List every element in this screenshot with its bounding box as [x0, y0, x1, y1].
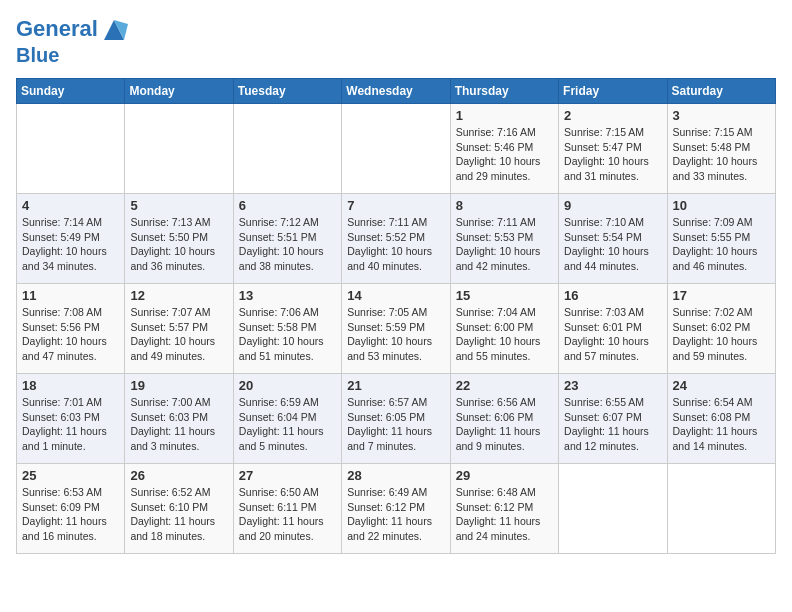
day-info: Sunrise: 7:13 AM Sunset: 5:50 PM Dayligh… — [130, 215, 227, 274]
day-info: Sunrise: 6:59 AM Sunset: 6:04 PM Dayligh… — [239, 395, 336, 454]
day-info: Sunrise: 6:55 AM Sunset: 6:07 PM Dayligh… — [564, 395, 661, 454]
day-number: 20 — [239, 378, 336, 393]
day-info: Sunrise: 7:04 AM Sunset: 6:00 PM Dayligh… — [456, 305, 553, 364]
day-number: 14 — [347, 288, 444, 303]
page-header: General Blue — [16, 16, 776, 66]
calendar-cell: 7Sunrise: 7:11 AM Sunset: 5:52 PM Daylig… — [342, 194, 450, 284]
day-number: 6 — [239, 198, 336, 213]
day-info: Sunrise: 7:02 AM Sunset: 6:02 PM Dayligh… — [673, 305, 770, 364]
day-info: Sunrise: 7:16 AM Sunset: 5:46 PM Dayligh… — [456, 125, 553, 184]
calendar-cell: 29Sunrise: 6:48 AM Sunset: 6:12 PM Dayli… — [450, 464, 558, 554]
day-number: 28 — [347, 468, 444, 483]
day-number: 7 — [347, 198, 444, 213]
day-number: 23 — [564, 378, 661, 393]
day-number: 13 — [239, 288, 336, 303]
calendar-cell: 13Sunrise: 7:06 AM Sunset: 5:58 PM Dayli… — [233, 284, 341, 374]
calendar-cell: 1Sunrise: 7:16 AM Sunset: 5:46 PM Daylig… — [450, 104, 558, 194]
calendar-cell: 10Sunrise: 7:09 AM Sunset: 5:55 PM Dayli… — [667, 194, 775, 284]
day-number: 8 — [456, 198, 553, 213]
day-info: Sunrise: 7:06 AM Sunset: 5:58 PM Dayligh… — [239, 305, 336, 364]
weekday-header-tuesday: Tuesday — [233, 79, 341, 104]
day-number: 1 — [456, 108, 553, 123]
day-info: Sunrise: 7:14 AM Sunset: 5:49 PM Dayligh… — [22, 215, 119, 274]
day-info: Sunrise: 7:15 AM Sunset: 5:48 PM Dayligh… — [673, 125, 770, 184]
calendar-cell: 25Sunrise: 6:53 AM Sunset: 6:09 PM Dayli… — [17, 464, 125, 554]
day-number: 29 — [456, 468, 553, 483]
calendar-cell: 9Sunrise: 7:10 AM Sunset: 5:54 PM Daylig… — [559, 194, 667, 284]
day-number: 4 — [22, 198, 119, 213]
calendar-cell: 2Sunrise: 7:15 AM Sunset: 5:47 PM Daylig… — [559, 104, 667, 194]
calendar: SundayMondayTuesdayWednesdayThursdayFrid… — [16, 78, 776, 554]
calendar-cell: 27Sunrise: 6:50 AM Sunset: 6:11 PM Dayli… — [233, 464, 341, 554]
day-info: Sunrise: 7:01 AM Sunset: 6:03 PM Dayligh… — [22, 395, 119, 454]
logo: General Blue — [16, 16, 128, 66]
day-number: 16 — [564, 288, 661, 303]
weekday-header-saturday: Saturday — [667, 79, 775, 104]
weekday-header-thursday: Thursday — [450, 79, 558, 104]
calendar-cell: 24Sunrise: 6:54 AM Sunset: 6:08 PM Dayli… — [667, 374, 775, 464]
day-number: 11 — [22, 288, 119, 303]
calendar-cell — [233, 104, 341, 194]
weekday-header-monday: Monday — [125, 79, 233, 104]
day-info: Sunrise: 7:08 AM Sunset: 5:56 PM Dayligh… — [22, 305, 119, 364]
logo-line2: Blue — [16, 44, 128, 66]
calendar-week-2: 11Sunrise: 7:08 AM Sunset: 5:56 PM Dayli… — [17, 284, 776, 374]
calendar-cell: 16Sunrise: 7:03 AM Sunset: 6:01 PM Dayli… — [559, 284, 667, 374]
calendar-cell — [342, 104, 450, 194]
day-number: 9 — [564, 198, 661, 213]
day-info: Sunrise: 7:15 AM Sunset: 5:47 PM Dayligh… — [564, 125, 661, 184]
day-info: Sunrise: 7:07 AM Sunset: 5:57 PM Dayligh… — [130, 305, 227, 364]
calendar-header-row: SundayMondayTuesdayWednesdayThursdayFrid… — [17, 79, 776, 104]
calendar-cell — [17, 104, 125, 194]
weekday-header-sunday: Sunday — [17, 79, 125, 104]
day-number: 5 — [130, 198, 227, 213]
calendar-cell: 6Sunrise: 7:12 AM Sunset: 5:51 PM Daylig… — [233, 194, 341, 284]
calendar-cell — [559, 464, 667, 554]
calendar-cell — [125, 104, 233, 194]
day-info: Sunrise: 7:11 AM Sunset: 5:52 PM Dayligh… — [347, 215, 444, 274]
calendar-week-0: 1Sunrise: 7:16 AM Sunset: 5:46 PM Daylig… — [17, 104, 776, 194]
day-info: Sunrise: 6:48 AM Sunset: 6:12 PM Dayligh… — [456, 485, 553, 544]
calendar-week-1: 4Sunrise: 7:14 AM Sunset: 5:49 PM Daylig… — [17, 194, 776, 284]
day-info: Sunrise: 6:49 AM Sunset: 6:12 PM Dayligh… — [347, 485, 444, 544]
calendar-cell: 23Sunrise: 6:55 AM Sunset: 6:07 PM Dayli… — [559, 374, 667, 464]
calendar-cell: 18Sunrise: 7:01 AM Sunset: 6:03 PM Dayli… — [17, 374, 125, 464]
day-number: 21 — [347, 378, 444, 393]
day-info: Sunrise: 7:12 AM Sunset: 5:51 PM Dayligh… — [239, 215, 336, 274]
calendar-cell — [667, 464, 775, 554]
calendar-cell: 26Sunrise: 6:52 AM Sunset: 6:10 PM Dayli… — [125, 464, 233, 554]
day-info: Sunrise: 7:09 AM Sunset: 5:55 PM Dayligh… — [673, 215, 770, 274]
calendar-cell: 8Sunrise: 7:11 AM Sunset: 5:53 PM Daylig… — [450, 194, 558, 284]
calendar-cell: 15Sunrise: 7:04 AM Sunset: 6:00 PM Dayli… — [450, 284, 558, 374]
day-number: 19 — [130, 378, 227, 393]
day-number: 2 — [564, 108, 661, 123]
logo-text: General — [16, 16, 128, 44]
calendar-week-4: 25Sunrise: 6:53 AM Sunset: 6:09 PM Dayli… — [17, 464, 776, 554]
day-number: 25 — [22, 468, 119, 483]
calendar-cell: 22Sunrise: 6:56 AM Sunset: 6:06 PM Dayli… — [450, 374, 558, 464]
day-info: Sunrise: 7:10 AM Sunset: 5:54 PM Dayligh… — [564, 215, 661, 274]
day-number: 22 — [456, 378, 553, 393]
calendar-week-3: 18Sunrise: 7:01 AM Sunset: 6:03 PM Dayli… — [17, 374, 776, 464]
day-number: 3 — [673, 108, 770, 123]
calendar-cell: 5Sunrise: 7:13 AM Sunset: 5:50 PM Daylig… — [125, 194, 233, 284]
calendar-cell: 11Sunrise: 7:08 AM Sunset: 5:56 PM Dayli… — [17, 284, 125, 374]
day-info: Sunrise: 6:50 AM Sunset: 6:11 PM Dayligh… — [239, 485, 336, 544]
calendar-cell: 14Sunrise: 7:05 AM Sunset: 5:59 PM Dayli… — [342, 284, 450, 374]
day-info: Sunrise: 7:00 AM Sunset: 6:03 PM Dayligh… — [130, 395, 227, 454]
day-number: 10 — [673, 198, 770, 213]
day-number: 27 — [239, 468, 336, 483]
calendar-cell: 3Sunrise: 7:15 AM Sunset: 5:48 PM Daylig… — [667, 104, 775, 194]
day-info: Sunrise: 7:03 AM Sunset: 6:01 PM Dayligh… — [564, 305, 661, 364]
weekday-header-wednesday: Wednesday — [342, 79, 450, 104]
weekday-header-friday: Friday — [559, 79, 667, 104]
day-info: Sunrise: 6:52 AM Sunset: 6:10 PM Dayligh… — [130, 485, 227, 544]
calendar-cell: 21Sunrise: 6:57 AM Sunset: 6:05 PM Dayli… — [342, 374, 450, 464]
calendar-body: 1Sunrise: 7:16 AM Sunset: 5:46 PM Daylig… — [17, 104, 776, 554]
day-number: 18 — [22, 378, 119, 393]
day-number: 24 — [673, 378, 770, 393]
day-info: Sunrise: 7:11 AM Sunset: 5:53 PM Dayligh… — [456, 215, 553, 274]
calendar-cell: 19Sunrise: 7:00 AM Sunset: 6:03 PM Dayli… — [125, 374, 233, 464]
day-info: Sunrise: 6:54 AM Sunset: 6:08 PM Dayligh… — [673, 395, 770, 454]
day-number: 26 — [130, 468, 227, 483]
